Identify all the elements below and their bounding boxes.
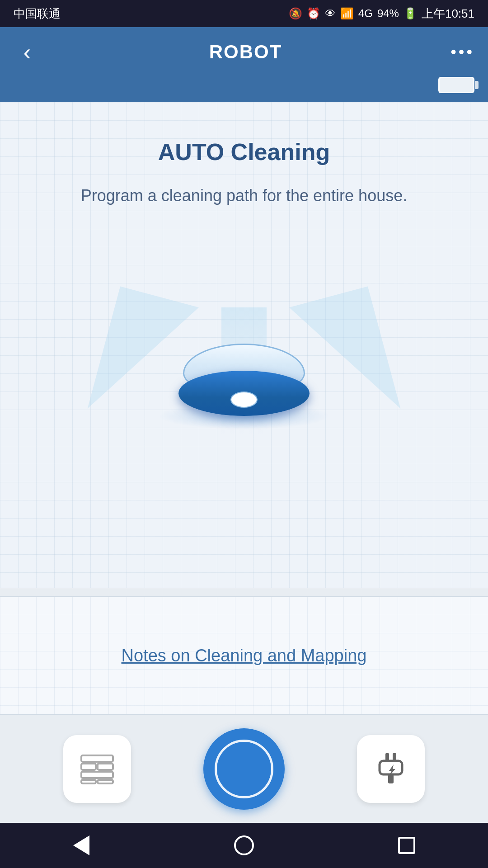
map-icon [79, 753, 115, 785]
eye-icon: 👁 [325, 7, 336, 20]
android-recent-button[interactable] [389, 832, 425, 859]
battery-percent: 94% [377, 7, 399, 20]
back-button[interactable]: ‹ [14, 39, 41, 65]
nav-top-row: ‹ ROBOT ••• [0, 27, 488, 77]
start-cleaning-button[interactable] [203, 728, 285, 810]
svg-rect-5 [98, 780, 113, 783]
start-button-inner-ring [215, 740, 273, 798]
android-back-button[interactable] [63, 832, 99, 859]
notification-icon: 🔕 [289, 7, 302, 20]
status-icons: 🔕 ⏰ 👁 📶 4G 94% 🔋 上午10:51 [289, 6, 474, 22]
status-bar: 中国联通 🔕 ⏰ 👁 📶 4G 94% 🔋 上午10:51 [0, 0, 488, 27]
top-section: AUTO Cleaning Program a cleaning path fo… [0, 102, 488, 588]
recent-square-icon [398, 837, 415, 854]
charge-button[interactable] [357, 735, 425, 803]
svg-rect-4 [81, 780, 96, 783]
back-triangle-icon [73, 835, 89, 855]
more-options-button[interactable]: ••• [450, 42, 474, 61]
carrier-text: 中国联通 [14, 6, 61, 22]
section-divider [0, 588, 488, 597]
alarm-icon: ⏰ [307, 7, 320, 20]
charge-icon [373, 751, 409, 787]
bottom-section: Notes on Cleaning and Mapping [0, 597, 488, 714]
nav-bar: ‹ ROBOT ••• [0, 27, 488, 102]
time-display: 上午10:51 [422, 6, 474, 22]
notes-cleaning-mapping-link[interactable]: Notes on Cleaning and Mapping [122, 646, 367, 665]
home-circle-icon [234, 835, 254, 855]
android-nav-bar [0, 823, 488, 868]
nav-battery-row [0, 77, 488, 102]
svg-rect-3 [81, 772, 113, 778]
svg-rect-1 [81, 764, 96, 770]
robot-body [176, 344, 312, 416]
page-title: ROBOT [209, 41, 282, 63]
signal-text: 4G [358, 7, 373, 20]
main-content: AUTO Cleaning Program a cleaning path fo… [0, 102, 488, 714]
svg-rect-2 [98, 764, 113, 770]
robot-battery-indicator [438, 77, 474, 93]
robot-center-button [230, 392, 258, 408]
wifi-icon: 📶 [340, 7, 354, 20]
auto-cleaning-title: AUTO Cleaning [158, 138, 330, 165]
robot-disc [178, 371, 310, 416]
svg-rect-0 [81, 755, 113, 762]
robot-illustration [108, 253, 380, 443]
auto-cleaning-description: Program a cleaning path for the entire h… [54, 184, 434, 208]
android-home-button[interactable] [226, 832, 262, 859]
battery-icon: 🔋 [404, 7, 417, 20]
action-bar [0, 714, 488, 823]
map-button[interactable] [63, 735, 131, 803]
